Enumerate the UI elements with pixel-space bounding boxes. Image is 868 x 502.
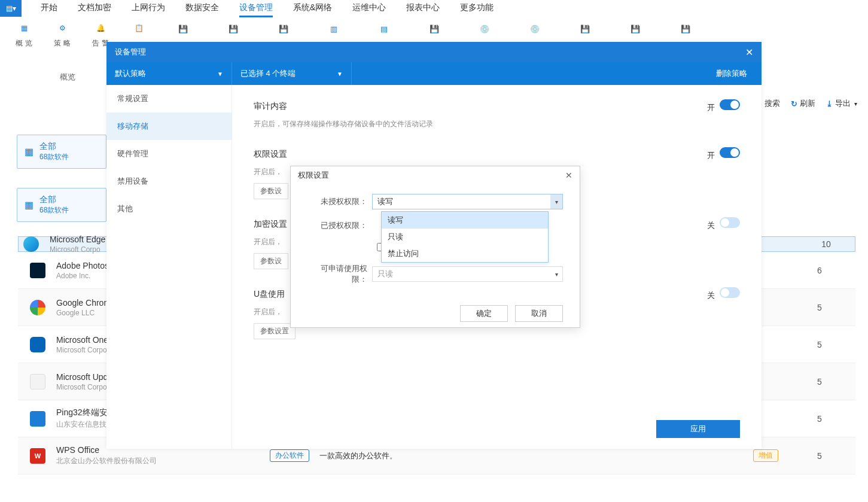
update-icon (30, 374, 45, 390)
edge-icon (23, 236, 39, 252)
usb-lock-icon[interactable]: 💾 (225, 20, 242, 37)
menu-encrypt[interactable]: 文档加密 (78, 0, 111, 17)
chevron-down-icon: ▼ (337, 71, 343, 77)
chevron-down-icon: ▾ (550, 194, 562, 209)
chevron-down-icon: ▾ (854, 101, 857, 107)
apply-button[interactable]: 应用 (656, 420, 740, 438)
menu-start[interactable]: 开始 (41, 0, 57, 17)
usb-key-icon[interactable]: 💾 (677, 20, 694, 37)
ok-button[interactable]: 确定 (460, 305, 508, 322)
section-title: U盘使用 (254, 289, 285, 300)
filter-card-all-1[interactable]: ▦ 全部68款软件 (17, 135, 106, 169)
usb-shield-icon[interactable]: 💾 (275, 20, 292, 37)
param-button[interactable]: 参数设 (254, 183, 288, 199)
filter-card-all-2[interactable]: ▦ 全部68款软件 (17, 188, 106, 222)
ribbon-overview[interactable]: ▦概 览 (12, 20, 36, 48)
sidebar-item-storage[interactable]: 移动存储 (106, 112, 232, 140)
photoshop-icon (30, 263, 45, 278)
udisk-toggle[interactable] (720, 287, 740, 298)
dropdown-option[interactable]: 读写 (382, 212, 548, 229)
section-title: 加密设置 (254, 219, 287, 230)
close-icon[interactable]: ✕ (745, 47, 753, 58)
disc-burn-icon[interactable]: 💿 (526, 20, 543, 37)
section-title: 审计内容 (254, 101, 287, 112)
sidebar-item-hardware[interactable]: 硬件管理 (106, 140, 232, 168)
panel-sidebar: 常规设置 移动存储 硬件管理 禁用设备 其他 (106, 85, 232, 449)
cpu-icon[interactable]: ▥ (325, 20, 342, 37)
dropdown-option[interactable]: 禁止访问 (382, 245, 548, 262)
value-badge: 增值 (753, 449, 778, 462)
bell-icon: 🔔 (93, 20, 108, 36)
policy-dropdown[interactable]: 默认策略▼ (106, 62, 232, 85)
ribbon-policy[interactable]: ⚙策 略 (50, 20, 74, 48)
ribbon-clipboard[interactable]: 📋 (127, 20, 151, 36)
filter-cards: ▦ 全部68款软件 ▦ 全部68款软件 (17, 135, 106, 241)
section-label: 概览 (60, 72, 75, 83)
grid-icon: ▦ (25, 199, 33, 211)
param-button[interactable]: 参数设置 (254, 323, 296, 339)
cancel-button[interactable]: 取消 (515, 305, 563, 322)
menu-ops[interactable]: 运维中心 (352, 0, 386, 17)
card-title: 全部 (39, 141, 69, 152)
requestable-select[interactable]: 只读▾ (372, 266, 563, 282)
sidebar-item-other[interactable]: 其他 (106, 195, 232, 223)
menu-system[interactable]: 系统&网络 (293, 0, 332, 17)
audit-toggle[interactable] (720, 99, 740, 110)
field-label: 可申请使用权限： (307, 263, 372, 285)
selection-dropdown[interactable]: 已选择 4 个终端▼ (232, 62, 352, 85)
toolbar-right: ⌕搜索 ↻刷新 ⤓导出▾ (757, 98, 857, 109)
clipboard-icon: 📋 (131, 20, 147, 36)
menu-report[interactable]: 报表中心 (406, 0, 440, 17)
ribbon-label: 概 览 (16, 38, 32, 48)
refresh-button[interactable]: ↻刷新 (791, 98, 815, 109)
card-sub: 68款软件 (39, 152, 69, 162)
sidebar-item-disable[interactable]: 禁用设备 (106, 168, 232, 195)
app-logo[interactable]: ▤▾ (0, 0, 22, 17)
category-tag: 办公软件 (270, 449, 309, 462)
encrypt-toggle[interactable] (720, 217, 740, 228)
field-label: 未授权权限： (307, 196, 372, 207)
export-icon: ⤓ (826, 99, 833, 108)
chevron-down-icon: ▼ (217, 71, 223, 77)
ribbon-label: 策 略 (54, 38, 70, 48)
param-button[interactable]: 参数设 (254, 253, 288, 269)
main-menu: 开始 文档加密 上网行为 数据安全 设备管理 系统&网络 运维中心 报表中心 更… (22, 0, 494, 17)
sidebar-item-general[interactable]: 常规设置 (106, 85, 232, 112)
menu-internet[interactable]: 上网行为 (132, 0, 165, 17)
menu-device[interactable]: 设备管理 (239, 0, 273, 17)
grid-icon: ▦ (16, 20, 32, 36)
dropdown-option[interactable]: 只读 (382, 229, 548, 245)
export-button[interactable]: ⤓导出▾ (826, 98, 857, 109)
menu-datasec[interactable]: 数据安全 (185, 0, 219, 17)
card-title: 全部 (39, 194, 69, 205)
memory-icon[interactable]: ▤ (376, 20, 392, 37)
chevron-down-icon: ▾ (550, 267, 562, 281)
usb-icon[interactable]: 💾 (175, 20, 191, 37)
perm-toggle[interactable] (720, 147, 740, 158)
dialog-title: 权限设置 (298, 170, 329, 181)
unauthorized-select[interactable]: 读写▾ (372, 194, 563, 209)
delete-policy-button[interactable]: 删除策略 (702, 68, 762, 79)
usb-check-icon[interactable]: 💾 (627, 20, 644, 37)
usb-plain-icon[interactable]: 💾 (577, 20, 593, 37)
field-label: 已授权权限： (307, 220, 372, 231)
disc-icon[interactable]: 💿 (476, 20, 493, 37)
panel-title: 设备管理 (115, 47, 146, 57)
close-icon[interactable]: ✕ (565, 171, 572, 180)
chrome-icon (30, 300, 45, 315)
sliders-icon: ⚙ (54, 20, 70, 36)
section-desc: 开启后，可保存终端操作移动存储设备中的文件活动记录 (254, 119, 740, 129)
refresh-icon: ↻ (791, 99, 797, 108)
wps-icon: W (30, 448, 45, 464)
card-sub: 68款软件 (39, 205, 69, 215)
menu-more[interactable]: 更多功能 (460, 0, 494, 17)
ping32-icon (30, 411, 45, 427)
onedrive-icon (30, 337, 45, 352)
usb-file-icon[interactable]: 💾 (426, 20, 443, 37)
dropdown-list: 读写 只读 禁止访问 (381, 211, 549, 263)
grid-icon: ▦ (25, 146, 33, 157)
section-title: 权限设置 (254, 149, 287, 160)
